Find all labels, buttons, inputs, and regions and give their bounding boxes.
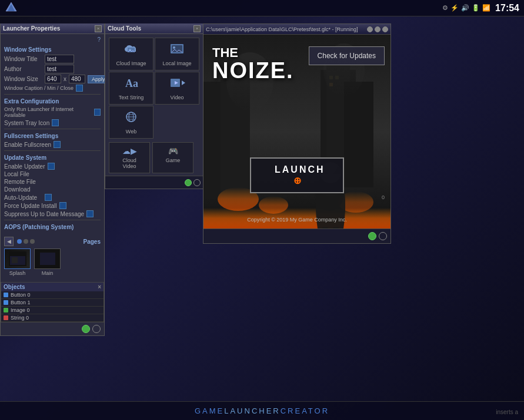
- preview-maximize-btn[interactable]: [375, 26, 381, 32]
- local-image-icon: [169, 42, 185, 59]
- cloud-ok-btn[interactable]: [185, 179, 192, 186]
- pages-prev-btn[interactable]: ◀: [4, 237, 14, 246]
- object-item-image0[interactable]: Image 0: [1, 307, 104, 314]
- section-window-settings: Window Settings: [4, 46, 101, 53]
- preview-close-btn[interactable]: [382, 26, 388, 32]
- suppress-row: Suppress Up to Date Message: [4, 210, 101, 217]
- cloud-tools-titlebar[interactable]: Cloud Tools ×: [105, 23, 203, 34]
- force-update-checkbox[interactable]: [59, 202, 66, 209]
- network-icon: 📶: [482, 4, 490, 12]
- preview-stop-btn[interactable]: [379, 232, 387, 240]
- launcher-props-title: Launcher Properties: [3, 25, 60, 32]
- enable-updater-checkbox[interactable]: [48, 163, 55, 170]
- props-ok-btn[interactable]: [82, 325, 90, 333]
- internet-row: Only Run Launcher If Internet Available: [4, 106, 101, 118]
- fullscreen-checkbox[interactable]: [54, 141, 61, 148]
- window-width-input[interactable]: [45, 75, 61, 83]
- launch-btn-container: LAUNCH ⊕: [250, 157, 344, 193]
- main-thumb-img: [34, 248, 61, 269]
- game-preview-titlebar[interactable]: C:\users\jamie\Application Data\GLC\Pret…: [203, 24, 391, 35]
- objects-close-btn[interactable]: ×: [98, 284, 101, 290]
- video-icon: [169, 76, 185, 93]
- tool-cloud-image[interactable]: Cloud Image: [109, 38, 153, 70]
- splash-thumb-label: Splash: [4, 270, 31, 276]
- cloud-tools-close-btn[interactable]: ×: [193, 25, 201, 32]
- tool-web[interactable]: Web: [109, 106, 153, 139]
- cloud-image-icon: [123, 42, 139, 59]
- window-caption-checkbox[interactable]: [76, 85, 83, 92]
- remote-file-row: Remote File: [4, 179, 101, 185]
- battery-icon: 🔋: [472, 4, 480, 12]
- section-extra-config: Extra Configuration: [4, 98, 101, 105]
- tool-game[interactable]: 🎮 Game: [152, 142, 193, 173]
- tool-video[interactable]: Video: [155, 72, 199, 105]
- props-bottom-btns: [1, 322, 104, 335]
- image0-color: [4, 308, 8, 313]
- props-cancel-btn[interactable]: [92, 325, 101, 333]
- game-label: Game: [166, 157, 181, 163]
- app-logo-icon[interactable]: [5, 1, 18, 16]
- section-aops: AOPS (Patching System): [4, 224, 101, 230]
- page-dot-2[interactable]: [24, 239, 28, 244]
- taskbar-top: ⚙ ⚡ 🔊 🔋 📶 17:54: [0, 0, 524, 16]
- button1-label: Button 1: [11, 300, 31, 305]
- cloud-video-icon: ☁▶: [122, 146, 137, 156]
- objects-panel: Objects × Button 0 Button 1 Image 0 Stri…: [1, 282, 104, 322]
- check-updates-button[interactable]: Check for Updates: [309, 46, 385, 65]
- tools-grid: Cloud Image Local Image: [105, 34, 203, 142]
- author-input[interactable]: [45, 65, 74, 73]
- auto-update-checkbox[interactable]: [45, 194, 52, 201]
- objects-header: Objects ×: [1, 283, 104, 291]
- page-dot-1[interactable]: [17, 239, 22, 244]
- window-height-input[interactable]: [69, 75, 85, 83]
- pages-header: ◀ Pages: [4, 237, 101, 246]
- cloud-tools-window: Cloud Tools × Cloud Image: [105, 23, 203, 189]
- volume-icon: 🔊: [461, 4, 469, 12]
- object-item-button1[interactable]: Button 1: [1, 299, 104, 307]
- tray-icon-checkbox[interactable]: [52, 119, 59, 126]
- text-string-icon: Aa: [123, 76, 139, 93]
- cloud-image-label: Cloud Image: [116, 61, 146, 66]
- help-icon[interactable]: ?: [97, 36, 101, 43]
- tool-cloud-video[interactable]: ☁▶ CloudVideo: [109, 142, 150, 173]
- suppress-checkbox[interactable]: [86, 210, 94, 217]
- download-row: Download: [4, 186, 101, 193]
- version-number: 0: [382, 194, 385, 200]
- splash-thumb-img: [4, 248, 31, 269]
- string0-label: String 0: [11, 315, 29, 321]
- page-thumb-main[interactable]: Main: [34, 248, 61, 276]
- preview-minimize-btn[interactable]: [367, 26, 373, 32]
- taskbar-bottom: GAMELAUNCHERCREATOR inserts a: [0, 401, 524, 420]
- status-hint: inserts a: [496, 409, 518, 415]
- preview-run-btn[interactable]: [368, 232, 376, 240]
- settings-icon: ⚙: [442, 4, 448, 12]
- launcher-props-content: ? Window Settings Window Title Author Wi…: [1, 34, 104, 234]
- launcher-properties-window: Launcher Properties × ? Window Settings …: [0, 23, 105, 336]
- cloud-cancel-btn[interactable]: [193, 179, 201, 186]
- section-fullscreen: Fullscreen Settings: [4, 133, 101, 139]
- launch-button[interactable]: LAUNCH ⊕: [250, 157, 344, 193]
- launch-arrow-icon: ⊕: [293, 176, 303, 186]
- tool-local-image[interactable]: Local Image: [155, 38, 199, 70]
- launcher-props-titlebar[interactable]: Launcher Properties ×: [1, 23, 104, 34]
- sys-icons: ⚙ ⚡ 🔊 🔋 📶: [442, 4, 490, 12]
- author-row: Author: [4, 65, 101, 73]
- bluetooth-icon: ⚡: [450, 4, 459, 12]
- page-thumbnails: Splash Main: [4, 248, 101, 276]
- launcher-props-close-btn[interactable]: ×: [95, 25, 102, 32]
- text-string-label: Text String: [119, 95, 144, 100]
- svg-marker-14: [182, 80, 185, 85]
- object-item-string0[interactable]: String 0: [1, 314, 104, 322]
- preview-bottom-bar: [203, 229, 391, 243]
- svg-rect-4: [12, 257, 18, 263]
- tool-text-string[interactable]: Aa Text String: [109, 72, 153, 105]
- page-dot-3[interactable]: [30, 239, 35, 244]
- object-item-button0[interactable]: Button 0: [1, 291, 104, 299]
- cloud-video-label: CloudVideo: [122, 157, 136, 169]
- game-title-noize: NOIZE.: [212, 59, 294, 82]
- page-thumb-splash[interactable]: Splash: [4, 248, 31, 276]
- game-title-overlay: THE NOIZE.: [212, 46, 294, 82]
- internet-checkbox[interactable]: [94, 109, 101, 116]
- preview-win-controls: [367, 26, 388, 32]
- window-title-input[interactable]: [45, 55, 74, 63]
